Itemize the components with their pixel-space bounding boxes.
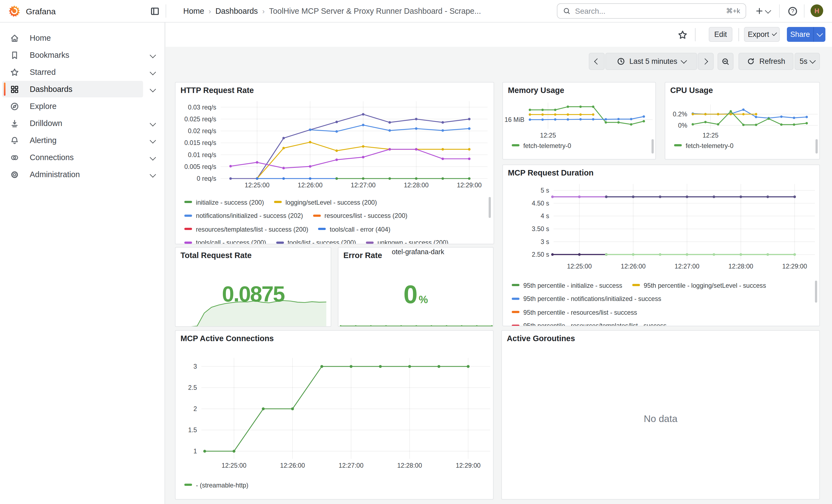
refresh-interval-picker[interactable]: 5s: [795, 53, 820, 70]
add-button[interactable]: [753, 5, 773, 17]
sidebar-link-alerting[interactable]: Alerting: [2, 132, 143, 149]
legend-item[interactable]: tools/list - success (200): [276, 239, 356, 244]
series-point: [438, 365, 440, 368]
breadcrumb-item[interactable]: Dashboards: [215, 7, 258, 16]
panel-title[interactable]: Error Rate: [343, 251, 382, 260]
series-point: [468, 158, 470, 160]
panel-title[interactable]: Total Request Rate: [181, 251, 252, 260]
sidebar-link-home[interactable]: Home: [2, 30, 143, 46]
series-point: [617, 121, 620, 124]
series-point: [712, 253, 716, 256]
series-point: [442, 129, 444, 132]
legend-item[interactable]: 95th percentile - notifications/initiali…: [512, 295, 661, 302]
panel-title[interactable]: Active Goroutines: [507, 334, 575, 343]
sidebar-expand-bookmarks[interactable]: [151, 53, 155, 57]
legend-item[interactable]: 95th percentile - initialize - success: [512, 282, 622, 289]
edit-button[interactable]: Edit: [709, 27, 732, 42]
sidebar-link-administration[interactable]: Administration: [2, 166, 143, 183]
refresh-button[interactable]: Refresh: [738, 53, 794, 70]
series-point: [605, 195, 608, 198]
time-range-picker[interactable]: Last 5 minutes: [605, 53, 697, 70]
panel-title[interactable]: MCP Request Duration: [508, 168, 594, 177]
export-button[interactable]: Export: [744, 27, 780, 42]
search-placeholder: Search...: [575, 7, 722, 15]
share-dropdown-button[interactable]: [813, 27, 825, 42]
time-forward-button[interactable]: [698, 53, 714, 70]
search-input[interactable]: Search... ⌘+k: [557, 3, 746, 19]
favorite-star-button[interactable]: [676, 29, 688, 41]
legend-item[interactable]: 95th percentile - resources/templates/li…: [512, 322, 667, 326]
sidebar-expand-starred[interactable]: [151, 70, 155, 74]
legend-item[interactable]: logging/setLevel - success (200): [274, 198, 377, 206]
share-button[interactable]: Share: [787, 27, 813, 42]
sidebar-item-label: Alerting: [30, 136, 57, 145]
legend-item[interactable]: - (streamable-http): [184, 481, 249, 488]
zoom-out-button[interactable]: [718, 53, 733, 70]
x-axis-tick-label: 12:26:00: [621, 263, 646, 270]
help-button[interactable]: ?: [787, 5, 798, 17]
time-back-button[interactable]: [589, 53, 605, 70]
series-point: [389, 177, 391, 180]
legend-item[interactable]: 95th percentile - resources/list - succe…: [512, 309, 637, 316]
legend-swatch-icon: [632, 284, 640, 286]
series-point: [755, 124, 757, 126]
chart-legend: fetch-telemetry-0: [512, 139, 650, 155]
legend-item[interactable]: tools/call - error (404): [318, 226, 390, 233]
series-point: [389, 121, 391, 124]
sidebar-expand-alerting[interactable]: [151, 138, 155, 142]
panel-cpu-usage: CPU Usage 0.2%0%12:25 fetch-telemetry-0: [665, 82, 820, 160]
series-point: [717, 123, 720, 126]
legend-scrollbar[interactable]: [815, 281, 817, 302]
chevron-down-icon: [681, 57, 686, 63]
zoom-out-icon: [721, 57, 730, 66]
sidebar-link-starred[interactable]: Starred: [2, 64, 143, 80]
legend-scrollbar[interactable]: [651, 139, 654, 154]
breadcrumb-item[interactable]: Home: [183, 7, 204, 16]
panel-title[interactable]: Memory Usage: [508, 86, 564, 95]
sidebar-expand-administration[interactable]: [151, 172, 155, 176]
grafana-logo-icon[interactable]: [8, 5, 20, 17]
sidebar-link-drilldown[interactable]: Drilldown: [2, 115, 143, 132]
legend-item[interactable]: fetch-telemetry-0: [512, 142, 571, 149]
legend-item[interactable]: unknown - success (200): [366, 239, 448, 244]
series-point: [362, 177, 364, 180]
legend-item[interactable]: resources/list - success (200): [313, 212, 408, 219]
legend-item[interactable]: resources/templates/list - success (200): [184, 226, 308, 233]
breadcrumb-item[interactable]: ToolHive MCP Server & Proxy Runner Dashb…: [269, 7, 481, 16]
panel-title[interactable]: HTTP Request Rate: [181, 86, 254, 95]
series-point: [742, 108, 745, 111]
legend-item[interactable]: initialize - success (200): [184, 198, 264, 206]
panel-total-request-rate: Total Request Rate 0.0875: [175, 247, 331, 327]
panel-title[interactable]: CPU Usage: [670, 86, 713, 95]
x-axis-tick-label: 12:29:00: [457, 182, 482, 189]
legend-scrollbar[interactable]: [488, 197, 491, 218]
series-point: [467, 365, 469, 368]
y-axis-tick-label: 5 s: [541, 187, 549, 194]
chevron-down-icon: [816, 30, 822, 36]
panel-title[interactable]: MCP Active Connections: [181, 334, 274, 343]
sidebar-item-label: Home: [30, 33, 51, 43]
legend-item[interactable]: notifications/initialized - success (202…: [184, 212, 303, 219]
sidebar-expand-connections[interactable]: [151, 155, 155, 159]
legend-item[interactable]: fetch-telemetry-0: [674, 142, 733, 149]
series-point: [415, 148, 417, 151]
brand-name[interactable]: Grafana: [26, 6, 56, 16]
legend-item[interactable]: tools/call - success (200): [184, 239, 266, 244]
user-avatar[interactable]: H: [810, 4, 823, 17]
sidebar-item-label: Explore: [30, 102, 57, 111]
legend-scrollbar[interactable]: [815, 139, 818, 154]
sidebar-link-connections[interactable]: Connections: [2, 149, 143, 166]
series-point: [806, 116, 808, 118]
export-label: Export: [748, 30, 769, 38]
series-point: [793, 195, 796, 198]
legend-item[interactable]: 95th percentile - logging/setLevel - suc…: [632, 282, 766, 289]
series-point: [229, 177, 232, 180]
sidebar-expand-drilldown[interactable]: [151, 121, 155, 125]
sidebar-toggle-button[interactable]: [150, 6, 160, 16]
legend-swatch-icon: [318, 228, 326, 230]
sidebar-link-explore[interactable]: Explore: [2, 98, 143, 114]
sidebar-link-bookmarks[interactable]: Bookmarks: [2, 47, 143, 63]
sidebar-link-dashboards[interactable]: Dashboards: [2, 81, 143, 97]
sidebar-item-starred: Starred: [2, 64, 162, 80]
sidebar-expand-dashboards[interactable]: [151, 87, 155, 91]
